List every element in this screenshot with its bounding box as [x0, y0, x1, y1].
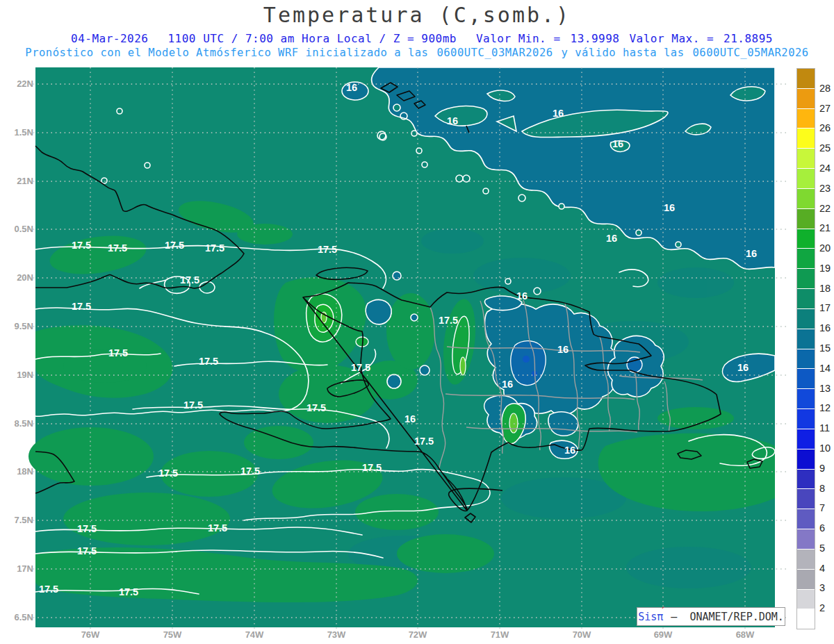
contour-value-label: 16 — [557, 344, 569, 355]
lat-tick-label: 9.5N — [0, 321, 33, 331]
colorbar-cell — [797, 529, 815, 549]
lat-tick-label: 7.5N — [0, 515, 33, 525]
colorbar-cell — [797, 589, 815, 609]
colorbar-cell — [797, 69, 815, 88]
colorbar-tick-label: 17 — [819, 302, 834, 313]
lon-tick-label: 76W — [75, 629, 106, 640]
logo-sis: Sis — [638, 611, 657, 623]
contour-value-label: 17.5 — [39, 584, 58, 595]
colorbar-tick-label: 9 — [819, 463, 834, 474]
contour-value-label: 17.5 — [183, 399, 203, 411]
colorbar-tick-label: 3 — [819, 582, 834, 593]
lat-tick-label: 8.5N — [0, 418, 33, 429]
lat-tick-label: 19N — [0, 370, 33, 380]
page-title: Temperatura (C,somb.) — [0, 3, 834, 27]
forecast-time-level: 1100 UTC / 7:00 am Hora Local / Z = 900m… — [167, 32, 456, 45]
lat-tick-label: 18N — [0, 466, 33, 477]
model-info-line: Pronóstico con el Modelo Atmósferico WRF… — [0, 47, 834, 59]
colorbar-cell — [797, 108, 815, 129]
contour-value-label: 17.5 — [72, 301, 91, 312]
colorbar-tick-label: 12 — [819, 402, 834, 413]
colorbar-tick-label: 18 — [819, 283, 834, 294]
lat-tick-label: 17N — [0, 563, 33, 574]
colorbar-cell — [797, 368, 815, 388]
colorbar-cell — [797, 469, 815, 489]
colorbar-tick-label: 7 — [819, 502, 834, 513]
model-valid-time: 0600UTC_05MAR2026 — [693, 47, 809, 59]
contour-value-label: 16 — [664, 202, 675, 213]
lon-tick-label: 73W — [321, 629, 352, 640]
colorbar-cell — [797, 168, 815, 188]
contour-value-label: 17.5 — [72, 240, 91, 251]
temperature-colorbar — [797, 69, 815, 629]
forecast-date: 04-Mar-2026 — [71, 32, 148, 45]
contour-value-label: 17.5 — [77, 545, 97, 556]
colorbar-tick-label: 26 — [819, 122, 834, 133]
contour-value-label: 17.5 — [414, 436, 434, 447]
colorbar-cell — [797, 449, 815, 469]
colorbar-cell — [797, 148, 815, 168]
colorbar-tick-label: 2 — [819, 602, 834, 613]
contour-value-label: 16 — [447, 115, 458, 126]
contour-value-label: 17.5 — [165, 240, 184, 251]
contour-value-label: 17.5 — [306, 402, 326, 413]
colorbar-cell — [797, 88, 815, 108]
colorbar-cell — [797, 388, 815, 408]
logo-pi-symbol: π´ — [657, 611, 663, 623]
forecast-datetime-line: 04-Mar-20261100 UTC / 7:00 am Hora Local… — [0, 32, 834, 45]
lon-tick-label: 69W — [648, 629, 678, 640]
lon-tick-label: 70W — [566, 629, 597, 640]
contour-value-label: 16 — [502, 379, 513, 390]
colorbar-tick-label: 4 — [819, 563, 834, 574]
colorbar-tick-label: 14 — [819, 363, 834, 374]
contour-value-label: 17.5 — [439, 315, 458, 326]
lon-tick-label: 75W — [157, 629, 188, 640]
colorbar-tick-label: 15 — [819, 342, 834, 354]
lon-tick-label: 71W — [484, 629, 515, 640]
colorbar-cell — [797, 549, 815, 569]
colorbar-cell — [797, 268, 815, 288]
contour-value-label: 17.5 — [240, 465, 260, 477]
contour-value-label: 17.5 — [205, 242, 224, 254]
logo-pi-accent: ´ — [660, 606, 665, 616]
colorbar-tick-label: 21 — [819, 222, 834, 233]
colorbar-tick-label: 19 — [819, 263, 834, 274]
contour-value-label: 16 — [404, 413, 416, 424]
logo-spacer — [677, 611, 689, 623]
colorbar-cell — [797, 509, 815, 529]
contour-value-label: 17.5 — [119, 586, 138, 597]
model-middle: y válido hasta las — [562, 47, 685, 59]
contour-value-label: 17.5 — [108, 242, 127, 254]
colorbar-cell — [797, 288, 815, 308]
colorbar-tick-label: 6 — [819, 522, 834, 534]
contour-value-label: 16 — [516, 290, 528, 302]
colorbar-tick-label: 10 — [819, 443, 834, 454]
contour-value-label: 17.5 — [351, 362, 370, 373]
contour-value-label: 17.5 — [318, 244, 337, 255]
colorbar-cell — [797, 229, 815, 249]
lon-tick-label: 72W — [402, 629, 433, 640]
contour-value-label: 17.5 — [180, 274, 199, 286]
contour-value-label: 16 — [612, 138, 623, 149]
min-value-label: Valor Min. = — [476, 32, 561, 45]
contour-value-label: 16 — [606, 233, 617, 244]
colorbar-cell — [797, 408, 815, 429]
colorbar-cell — [797, 609, 815, 629]
colorbar-tick-label: 22 — [819, 203, 834, 214]
model-init-time: 0600UTC_03MAR2026 — [436, 47, 553, 59]
lat-tick-label: 21N — [0, 176, 33, 186]
max-value: 21.8895 — [723, 32, 773, 45]
colorbar-tick-label: 13 — [819, 383, 834, 394]
colorbar-cell — [797, 349, 815, 369]
contour-value-label: 17.5 — [362, 462, 382, 473]
lat-tick-label: 20N — [0, 272, 33, 283]
colorbar-tick-label: 8 — [819, 483, 834, 494]
contour-value-label: 16 — [746, 248, 757, 259]
model-prefix: Pronóstico con el Modelo Atmósferico WRF… — [25, 47, 428, 59]
lon-tick-label: 68W — [730, 629, 760, 640]
contour-value-label: 16 — [564, 445, 575, 456]
max-value-label: Valor Max. = — [629, 32, 714, 45]
lat-tick-label: 22N — [0, 79, 33, 89]
colorbar-tick-label: 16 — [819, 322, 834, 333]
logo-dash-char: – — [671, 611, 677, 623]
